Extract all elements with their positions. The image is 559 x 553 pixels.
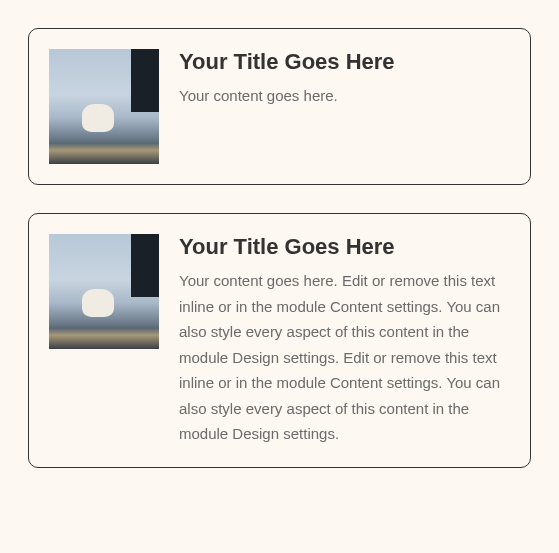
card-title: Your Title Goes Here [179,49,510,75]
content-card: Your Title Goes Here Your content goes h… [28,28,531,185]
card-title: Your Title Goes Here [179,234,510,260]
card-text: Your content goes here. Edit or remove t… [179,268,510,447]
thumbnail-image [49,49,159,164]
card-content: Your Title Goes Here Your content goes h… [179,49,510,164]
card-text: Your content goes here. [179,83,510,109]
card-content: Your Title Goes Here Your content goes h… [179,234,510,447]
content-card: Your Title Goes Here Your content goes h… [28,213,531,468]
thumbnail-image [49,234,159,349]
